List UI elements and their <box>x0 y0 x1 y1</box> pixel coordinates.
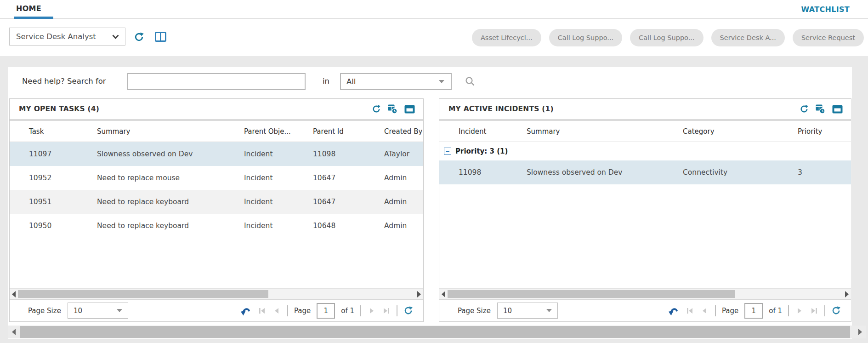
cell-summary: Slowness observed on Dev <box>527 168 683 177</box>
reload-grid-icon[interactable] <box>403 306 413 315</box>
dropdown-arrow-icon <box>546 309 552 312</box>
chevron-down-icon <box>112 34 119 39</box>
cell-incident: 11098 <box>439 168 527 177</box>
scrollbar-thumb[interactable] <box>20 326 850 338</box>
export-schedule-icon[interactable] <box>388 104 397 114</box>
page-size-dropdown[interactable]: 10 <box>68 303 128 319</box>
group-row-priority[interactable]: Priority: 3 (1) <box>439 142 851 160</box>
reload-grid-icon[interactable] <box>831 306 841 315</box>
page-number-input[interactable] <box>317 303 335 319</box>
scroll-right-arrow-icon[interactable] <box>417 291 421 297</box>
cell-summary: Slowness observed on Dev <box>97 150 244 158</box>
panel-title: MY ACTIVE INCIDENTS (1) <box>448 105 800 113</box>
table-row[interactable]: 10952 Need to replace mouse Incident 106… <box>10 166 423 190</box>
cell-parent-object: Incident <box>244 174 313 182</box>
table-row[interactable]: 10951 Need to replace keyboard Incident … <box>10 190 423 214</box>
column-header-parent-object[interactable]: Parent Obje... <box>244 127 313 136</box>
retrieve-data-icon[interactable] <box>240 305 252 316</box>
column-header-summary[interactable]: Summary <box>97 127 244 136</box>
column-header-task[interactable]: Task <box>10 127 97 136</box>
page-of-label: of 1 <box>341 307 354 315</box>
open-window-icon[interactable] <box>832 105 843 114</box>
pill-service-desk[interactable]: Service Desk A... <box>711 29 785 46</box>
panel-horizontal-scrollbar[interactable] <box>439 288 851 299</box>
previous-page-icon[interactable] <box>700 307 709 315</box>
split-columns-icon[interactable] <box>155 32 166 42</box>
separator <box>715 305 716 316</box>
page-number-input[interactable] <box>744 303 763 319</box>
cell-summary: Need to replace mouse <box>97 174 244 182</box>
search-icon[interactable] <box>465 76 475 86</box>
cell-parent-id: 10647 <box>313 198 384 206</box>
previous-page-icon[interactable] <box>272 307 281 315</box>
column-header-summary[interactable]: Summary <box>527 127 683 136</box>
table-header-row: Incident Summary Category Priority <box>439 121 851 142</box>
table-body: Priority: 3 (1) 11098 Slowness observed … <box>439 142 851 288</box>
next-page-icon[interactable] <box>795 307 804 315</box>
tab-home[interactable]: HOME <box>16 4 41 13</box>
column-header-parent-id[interactable]: Parent Id <box>313 127 384 136</box>
watchlist-link[interactable]: WATCHLIST <box>801 5 850 14</box>
cell-created-by: Admin <box>384 174 423 182</box>
panel-title: MY OPEN TASKS (4) <box>19 105 372 113</box>
retrieve-data-icon[interactable] <box>668 305 680 316</box>
cell-task: 10951 <box>10 198 97 206</box>
scroll-right-arrow-icon[interactable] <box>845 291 849 297</box>
export-schedule-icon[interactable] <box>816 104 825 114</box>
in-label: in <box>323 67 329 96</box>
scrollbar-thumb[interactable] <box>18 290 268 298</box>
last-page-icon[interactable] <box>382 307 391 315</box>
pill-call-log-2[interactable]: Call Log Suppo... <box>630 29 703 46</box>
search-scope-dropdown[interactable]: All <box>340 73 452 90</box>
scroll-right-arrow-icon[interactable] <box>858 329 862 335</box>
separator <box>287 305 288 316</box>
panel-horizontal-scrollbar[interactable] <box>10 288 423 299</box>
column-header-category[interactable]: Category <box>683 127 798 136</box>
role-dropdown[interactable]: Service Desk Analyst <box>9 28 125 46</box>
page-size-label: Page Size <box>28 307 61 315</box>
pagination-bar: Page Size 10 Page o <box>439 299 851 321</box>
scroll-left-arrow-icon[interactable] <box>12 291 16 297</box>
page-size-dropdown[interactable]: 10 <box>497 303 558 319</box>
panel-header-icons <box>372 104 415 114</box>
first-page-icon[interactable] <box>686 307 694 315</box>
next-page-icon[interactable] <box>367 307 376 315</box>
refresh-icon[interactable] <box>372 104 381 114</box>
separator <box>788 305 789 316</box>
page-label: Page <box>294 307 311 315</box>
collapse-group-icon[interactable] <box>444 148 451 155</box>
pill-call-log-1[interactable]: Call Log Suppo... <box>549 29 622 46</box>
search-label: Need help? Search for <box>22 67 106 96</box>
scroll-left-arrow-icon[interactable] <box>442 291 445 297</box>
column-header-incident[interactable]: Incident <box>439 127 527 136</box>
table-row[interactable]: 11097 Slowness observed on Dev Incident … <box>10 142 423 166</box>
first-page-icon[interactable] <box>258 307 267 315</box>
cell-parent-id: 11098 <box>313 150 384 158</box>
pill-asset-lifecycle[interactable]: Asset Lifecycl... <box>472 29 541 46</box>
quick-template-pills: Asset Lifecycl... Call Log Suppo... Call… <box>472 29 864 46</box>
page-horizontal-scrollbar[interactable] <box>8 326 866 338</box>
refresh-icon[interactable] <box>134 32 144 42</box>
cell-created-by: ATaylor <box>384 150 423 158</box>
cell-priority: 3 <box>798 168 851 177</box>
table-row[interactable]: 11098 Slowness observed on Dev Connectiv… <box>439 160 851 184</box>
pagination-bar: Page Size 10 Page o <box>10 299 423 321</box>
cell-parent-object: Incident <box>244 150 313 158</box>
scrollbar-thumb[interactable] <box>448 290 735 298</box>
cell-summary: Need to replace keyboard <box>97 222 244 230</box>
cell-created-by: Admin <box>384 198 423 206</box>
dropdown-arrow-icon <box>439 80 444 83</box>
search-input[interactable] <box>127 73 306 90</box>
scroll-left-arrow-icon[interactable] <box>12 329 16 335</box>
last-page-icon[interactable] <box>810 307 818 315</box>
column-header-priority[interactable]: Priority <box>798 127 851 136</box>
refresh-icon[interactable] <box>800 104 809 114</box>
cell-parent-id: 10647 <box>313 174 384 182</box>
pill-service-request[interactable]: Service Request <box>793 29 864 46</box>
cell-category: Connectivity <box>683 168 798 177</box>
cell-task: 11097 <box>10 150 97 158</box>
table-row[interactable]: 10950 Need to replace keyboard Incident … <box>10 214 423 238</box>
open-window-icon[interactable] <box>404 105 415 114</box>
column-header-created-by[interactable]: Created By <box>384 127 423 136</box>
group-label: Priority: 3 (1) <box>455 147 508 155</box>
